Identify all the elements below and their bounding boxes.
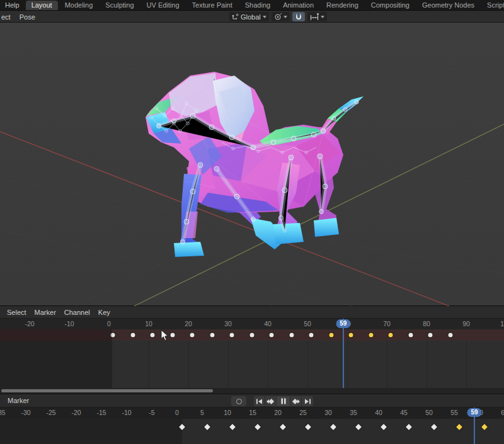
- keyframe-dot[interactable]: [190, 333, 195, 338]
- workspace-tab-sculpting[interactable]: Sculpting: [100, 1, 139, 10]
- ruler-tick: 20: [185, 320, 192, 327]
- next-keyframe-button[interactable]: [290, 396, 302, 406]
- timeline-area[interactable]: -35-30-25-20-15-10-505101520253035404550…: [0, 407, 504, 444]
- keyframe-dot[interactable]: [428, 333, 433, 338]
- keyframe-dot[interactable]: [210, 333, 214, 338]
- timeline-ruler[interactable]: -35-30-25-20-15-10-505101520253035404550…: [0, 407, 504, 419]
- keyframe-diamond[interactable]: [431, 424, 437, 430]
- keyframe-diamond[interactable]: [255, 424, 261, 430]
- dopesheet-ruler[interactable]: -20-100102030405060708090100: [0, 319, 504, 329]
- out-of-range-overlay: [0, 419, 182, 444]
- viewport-3d[interactable]: [0, 23, 504, 306]
- keyframe-diamond[interactable]: [305, 424, 311, 430]
- dopesheet-header: SelectMarkerChannelKey: [0, 306, 504, 319]
- keyframe-dot[interactable]: [309, 333, 314, 338]
- menu-ect[interactable]: ect: [1, 13, 11, 21]
- keyframe-diamond[interactable]: [481, 424, 488, 430]
- workspace-tab-texture-paint[interactable]: Texture Paint: [186, 1, 238, 10]
- ruler-tick: 50: [304, 320, 311, 327]
- workspace-tabs: LayoutModelingSculptingUV EditingTexture…: [26, 0, 504, 10]
- menu-marker[interactable]: Marker: [8, 397, 29, 404]
- menu-key[interactable]: Key: [98, 309, 110, 316]
- keyframe-diamond[interactable]: [280, 424, 286, 430]
- timeline-menus: Marker: [0, 397, 29, 404]
- keyframe-dot[interactable]: [448, 333, 452, 338]
- pivot-point-dropdown[interactable]: [272, 12, 290, 21]
- viewport-header: ectPose Global: [0, 11, 504, 23]
- keyframe-diamond[interactable]: [204, 424, 210, 430]
- keyframe-dot[interactable]: [270, 333, 274, 338]
- gridline: [188, 341, 189, 388]
- out-of-range-overlay: [0, 329, 112, 388]
- jump-to-start-button[interactable]: [254, 396, 265, 406]
- workspace-tab-layout[interactable]: Layout: [26, 1, 58, 10]
- gridline: [268, 341, 268, 388]
- workspace-tab-compositing[interactable]: Compositing: [365, 1, 415, 10]
- gridline: [228, 341, 229, 388]
- transform-controls: Global: [229, 12, 327, 21]
- current-frame-indicator[interactable]: 59: [336, 319, 350, 328]
- keyframe-diamond[interactable]: [406, 424, 412, 430]
- ruler-tick: 5: [200, 409, 204, 416]
- horizontal-scrollbar[interactable]: [0, 388, 504, 394]
- keyframe-dot[interactable]: [408, 333, 413, 338]
- keyframe-dot[interactable]: [249, 333, 254, 338]
- keyframe-diamond[interactable]: [229, 424, 236, 430]
- gridline: [387, 341, 387, 388]
- keyframe-diamond[interactable]: [330, 424, 336, 430]
- keyframe-dot[interactable]: [130, 333, 135, 338]
- playhead-line[interactable]: [343, 319, 344, 388]
- ruler-tick: 70: [383, 320, 391, 327]
- keyframe-dot[interactable]: [289, 333, 294, 338]
- keyframe-dot[interactable]: [389, 333, 393, 338]
- ruler-tick: 65: [501, 409, 504, 416]
- workspace-tab-animation[interactable]: Animation: [277, 1, 319, 10]
- workspace-tab-uv-editing[interactable]: UV Editing: [141, 1, 185, 10]
- keyframe-dot[interactable]: [170, 333, 175, 338]
- ruler-tick: -20: [25, 320, 34, 327]
- snap-toggle-button[interactable]: [292, 12, 305, 21]
- keyframe-dot[interactable]: [230, 333, 234, 338]
- keyframe-diamond[interactable]: [456, 424, 462, 430]
- dopesheet-area[interactable]: -20-100102030405060708090100 59: [0, 319, 504, 394]
- pause-button[interactable]: [277, 396, 290, 406]
- snap-settings-dropdown[interactable]: [307, 12, 327, 21]
- workspace-tab-scripting[interactable]: Scripting: [481, 1, 504, 10]
- keyframe-diamond[interactable]: [355, 424, 362, 430]
- transform-orientation-dropdown[interactable]: Global: [229, 12, 269, 21]
- jump-to-end-button[interactable]: [302, 396, 313, 406]
- magnet-icon: [295, 13, 302, 21]
- menu-marker[interactable]: Marker: [35, 309, 56, 316]
- menu-select[interactable]: Select: [7, 309, 26, 316]
- ruler-tick: -15: [96, 409, 106, 416]
- keyframe-dot[interactable]: [151, 333, 155, 338]
- keyframe-dot[interactable]: [349, 333, 353, 338]
- viewport-menus: ectPose: [0, 13, 35, 21]
- blender-window: Help LayoutModelingSculptingUV EditingTe…: [0, 0, 504, 444]
- menu-pose[interactable]: Pose: [20, 13, 35, 21]
- playback-controls: [254, 396, 313, 406]
- gridline: [149, 341, 149, 388]
- ruler-tick: 10: [145, 320, 152, 327]
- keyframe-dot[interactable]: [329, 333, 333, 338]
- scrollbar-thumb[interactable]: [1, 389, 213, 392]
- dog-model[interactable]: [146, 72, 364, 257]
- workspace-tab-rendering[interactable]: Rendering: [321, 1, 364, 10]
- chevron-down-icon: [321, 16, 324, 18]
- keyframe-dot[interactable]: [369, 333, 373, 338]
- current-frame-indicator[interactable]: 59: [467, 408, 481, 417]
- gridline: [427, 341, 427, 388]
- auto-keying-button[interactable]: [231, 396, 246, 406]
- ruler-tick: 10: [224, 409, 231, 416]
- workspace-tab-shading[interactable]: Shading: [239, 1, 276, 10]
- workspace-tab-modeling[interactable]: Modeling: [59, 1, 99, 10]
- previous-keyframe-button[interactable]: [265, 396, 277, 406]
- ruler-tick: -25: [46, 409, 55, 416]
- keyframe-diamond[interactable]: [381, 424, 387, 430]
- workspace-tab-geometry-nodes[interactable]: Geometry Nodes: [416, 1, 480, 10]
- timeline-keyframe-region[interactable]: [0, 419, 504, 444]
- ruler-tick: -35: [0, 409, 6, 416]
- menu-channel[interactable]: Channel: [64, 309, 90, 316]
- ruler-tick: 0: [107, 320, 111, 327]
- menu-help[interactable]: Help: [0, 1, 26, 9]
